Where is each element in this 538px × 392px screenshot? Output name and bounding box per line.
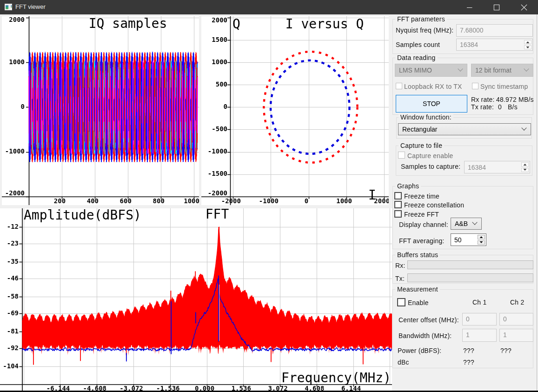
measurement-enable-checkbox[interactable] xyxy=(397,298,405,306)
power-ch1-value: ??? xyxy=(463,347,474,354)
center-offset-ch2-input[interactable]: 0 xyxy=(499,313,533,326)
spin-down-icon xyxy=(526,47,530,48)
loopback-checkbox[interactable] xyxy=(396,83,402,89)
tx-rate-label: Tx rate: xyxy=(471,103,494,111)
dbc-label: dBc xyxy=(398,359,409,366)
fft-viewer-window: FFT viewer FFT parameters Nyquist freq (… xyxy=(0,0,538,392)
center-offset-label: Center offset (MHz): xyxy=(399,316,459,324)
nyquist-freq-input[interactable]: 7.68000 xyxy=(456,24,533,37)
spin-up-icon xyxy=(480,236,483,238)
chevron-down-icon xyxy=(473,220,477,225)
bandwidth-ch1-input[interactable]: 1 xyxy=(462,329,497,342)
window-title: FFT viewer xyxy=(15,0,46,14)
minimize-icon xyxy=(467,4,473,10)
chevron-down-icon xyxy=(522,126,526,130)
samples-to-capture-label: Samples to capture: xyxy=(401,163,460,170)
minimize-button[interactable] xyxy=(456,0,483,14)
chevron-down-icon xyxy=(458,67,463,71)
sample-format-select-value: 12 bit format xyxy=(475,64,511,76)
display-channel-select-value: A&B xyxy=(455,218,468,229)
samples-count-up-button[interactable] xyxy=(524,40,531,44)
freeze-constellation-label: Freeze constellation xyxy=(404,201,464,209)
samples-to-capture-down-button[interactable] xyxy=(521,168,529,173)
titlebar: FFT viewer xyxy=(0,0,538,14)
group-capture-title: Capture to file xyxy=(399,142,444,149)
device-select[interactable]: LMS MIMO xyxy=(395,64,467,77)
capture-enable-label: Capture enable xyxy=(407,152,453,159)
samples-count-value: 16384 xyxy=(457,39,532,50)
iq-samples-plot[interactable] xyxy=(2,16,199,205)
group-fft-parameters-title: FFT parameters xyxy=(395,16,447,23)
samples-to-capture-up-button[interactable] xyxy=(521,162,529,167)
group-window-function-title: Window function: xyxy=(399,114,453,121)
app-icon xyxy=(5,3,12,11)
dbc-ch1-value: ??? xyxy=(463,359,474,366)
control-panel: FFT parameters Nyquist freq (MHz): 7.680… xyxy=(389,14,538,392)
freeze-fft-label: Freeze FFT xyxy=(404,211,439,218)
freeze-constellation-checkbox[interactable] xyxy=(394,201,402,208)
spin-up-icon xyxy=(526,41,530,43)
group-graphs-title: Graphs xyxy=(395,183,421,190)
spin-down-icon xyxy=(524,169,527,171)
measurement-enable-label: Enable xyxy=(408,299,429,306)
capture-enable-checkbox[interactable] xyxy=(398,152,405,159)
device-select-value: LMS MIMO xyxy=(399,64,432,76)
samples-count-spinner[interactable]: 16384 xyxy=(456,39,533,51)
sync-timestamp-checkbox[interactable] xyxy=(472,83,478,89)
fft-averaging-label: FFT averaging: xyxy=(399,237,444,245)
ch2-header: Ch 2 xyxy=(510,299,524,306)
close-button[interactable] xyxy=(511,0,538,14)
maximize-button[interactable] xyxy=(483,0,510,14)
fft-averaging-spinner[interactable]: 50 xyxy=(451,233,486,246)
tx-buffer-progressbar xyxy=(407,273,533,282)
display-channel-label: Display channel: xyxy=(399,221,448,228)
freeze-time-checkbox[interactable] xyxy=(394,192,402,199)
power-ch2-value: ??? xyxy=(500,347,511,354)
freeze-time-label: Freeze time xyxy=(404,193,439,200)
samples-to-capture-spinner[interactable]: 16384 xyxy=(464,161,530,173)
center-offset-ch1-input[interactable]: 0 xyxy=(462,313,497,326)
freeze-fft-checkbox[interactable] xyxy=(394,210,402,218)
group-measurement-title: Measurement xyxy=(395,286,440,293)
samples-to-capture-value: 16384 xyxy=(465,161,530,173)
chevron-down-icon xyxy=(525,67,529,71)
samples-count-down-button[interactable] xyxy=(524,45,531,49)
constellation-plot[interactable] xyxy=(201,16,389,205)
close-icon xyxy=(521,4,527,11)
display-channel-select[interactable]: A&B xyxy=(451,218,482,230)
rx-buffer-label: Rx: xyxy=(395,262,405,269)
tx-buffer-label: Tx: xyxy=(395,275,405,282)
sync-timestamp-label: Sync timestamp xyxy=(480,83,528,90)
window-right-border xyxy=(537,14,537,391)
rx-buffer-progressbar xyxy=(407,260,533,269)
group-buffers-title: Buffers status xyxy=(395,252,440,259)
samples-count-label: Samples count xyxy=(396,41,440,48)
ch1-header: Ch 1 xyxy=(472,299,486,306)
power-label: Power (dBFS): xyxy=(398,347,441,354)
bandwidth-label: Bandwidth (MHz): xyxy=(399,332,452,339)
fft-averaging-up-button[interactable] xyxy=(478,235,485,239)
bandwidth-ch2-input[interactable]: 1 xyxy=(499,329,533,342)
rx-rate-value: 48.972 MB/s xyxy=(496,96,534,103)
group-data-reading-title: Data reading xyxy=(395,54,438,61)
spin-down-icon xyxy=(480,241,483,243)
window-function-select-value: Rectangular xyxy=(402,124,438,135)
sample-format-select[interactable]: 12 bit format xyxy=(471,64,533,77)
nyquist-freq-label: Nyquist freq (MHz): xyxy=(396,27,453,34)
spin-up-icon xyxy=(524,164,527,166)
fft-averaging-down-button[interactable] xyxy=(478,240,485,245)
window-function-select[interactable]: Rectangular xyxy=(398,123,531,135)
tx-rate-value: 0 B/s xyxy=(498,103,518,111)
stop-button[interactable]: STOP xyxy=(396,95,467,113)
maximize-icon xyxy=(494,4,500,10)
fft-plot[interactable] xyxy=(0,208,392,392)
loopback-label: Loopback RX to TX xyxy=(404,83,462,90)
rx-rate-label: Rx rate: xyxy=(471,96,495,103)
